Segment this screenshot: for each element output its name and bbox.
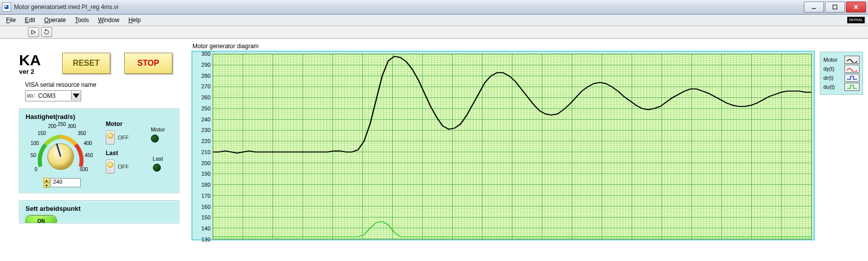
motor-led-label: Motor bbox=[151, 126, 165, 133]
motor-led bbox=[151, 135, 159, 143]
menu-help[interactable]: Help bbox=[125, 16, 144, 25]
y-tick: 270 bbox=[201, 83, 210, 89]
reset-button[interactable]: RESET bbox=[62, 53, 110, 74]
y-tick: 290 bbox=[201, 62, 210, 68]
tick-0: 0 bbox=[35, 167, 38, 172]
y-tick: 130 bbox=[201, 236, 210, 242]
tick-200: 200 bbox=[48, 123, 57, 129]
y-tick: 240 bbox=[201, 116, 210, 122]
tick-300: 300 bbox=[68, 123, 76, 129]
legend-label: du(t) bbox=[823, 84, 835, 90]
speed-knob[interactable]: 0 50 100 150 200 250 300 350 400 450 500 bbox=[26, 120, 96, 176]
app-name: KA bbox=[19, 53, 48, 68]
speed-spinner[interactable]: ▲ ▼ bbox=[44, 178, 50, 188]
menu-file[interactable]: File bbox=[3, 16, 19, 25]
trace-du(t) bbox=[213, 221, 811, 236]
tick-100: 100 bbox=[31, 141, 39, 146]
y-tick: 160 bbox=[201, 204, 210, 210]
chart-legend: Motordy(t)dr(t)du(t) bbox=[820, 52, 863, 95]
tick-400: 400 bbox=[84, 141, 92, 146]
last-off-text: OFF bbox=[118, 164, 129, 170]
visa-label: VISA serial resource name bbox=[25, 81, 185, 88]
speed-value-input[interactable]: 240 bbox=[51, 178, 81, 187]
chevron-down-icon[interactable] bbox=[71, 91, 81, 100]
sett-title: Sett arbeidspunkt bbox=[26, 205, 173, 212]
legend-label: Motor bbox=[823, 57, 837, 63]
io-icon: I/O bbox=[26, 93, 35, 98]
legend-swatch bbox=[844, 65, 859, 73]
arrow-up-icon[interactable]: ▲ bbox=[44, 178, 50, 183]
motor-switch-label: Motor bbox=[106, 120, 129, 127]
tick-250: 250 bbox=[58, 121, 66, 127]
app-version: ver 2 bbox=[19, 68, 48, 75]
window-titlebar: Motor generatorsett med PI_reg 4ms.vi bbox=[0, 0, 868, 15]
chart-plot-area[interactable] bbox=[212, 54, 812, 239]
legend-row-dut[interactable]: du(t) bbox=[823, 82, 859, 91]
svg-rect-1 bbox=[5, 6, 7, 7]
motor-off-text: OFF bbox=[118, 135, 129, 141]
app-icon bbox=[2, 3, 11, 12]
y-tick: 180 bbox=[201, 182, 210, 188]
y-tick: 140 bbox=[201, 225, 210, 231]
y-tick: 260 bbox=[201, 94, 210, 100]
y-tick: 200 bbox=[201, 160, 210, 166]
tick-500: 500 bbox=[80, 167, 88, 172]
y-tick: 280 bbox=[201, 73, 210, 79]
menu-operate[interactable]: Operate bbox=[41, 16, 69, 25]
y-tick: 230 bbox=[201, 127, 210, 133]
visa-port-select[interactable]: I/O COM3 bbox=[25, 90, 81, 101]
y-tick: 250 bbox=[201, 105, 210, 111]
legend-row-dyt[interactable]: dy(t) bbox=[823, 64, 859, 73]
y-tick: 190 bbox=[201, 171, 210, 177]
stop-button[interactable]: STOP bbox=[124, 53, 172, 74]
tick-50: 50 bbox=[31, 153, 36, 158]
chart-container: 3002902802702602502402302202102001901801… bbox=[191, 51, 815, 240]
tick-450: 450 bbox=[85, 153, 93, 158]
legend-swatch bbox=[844, 56, 859, 64]
legend-swatch bbox=[844, 83, 859, 91]
tick-350: 350 bbox=[78, 130, 86, 136]
run-arrow-button[interactable] bbox=[28, 27, 39, 37]
last-led-label: Last bbox=[153, 156, 163, 162]
y-tick: 300 bbox=[201, 51, 210, 57]
visa-port-value: COM3 bbox=[35, 92, 71, 99]
trace-Motor bbox=[213, 56, 811, 153]
tick-150: 150 bbox=[38, 130, 46, 136]
legend-row-motor[interactable]: Motor bbox=[823, 55, 859, 64]
hastighet-panel: Hastighet(rad/s) bbox=[19, 108, 179, 193]
menubar: FileEditOperateToolsWindowHelp SERIAL bbox=[0, 15, 868, 26]
toolbar bbox=[0, 26, 868, 39]
run-continuous-button[interactable] bbox=[41, 27, 52, 37]
sett-on-button[interactable]: ON bbox=[26, 215, 57, 223]
legend-row-drt[interactable]: dr(t) bbox=[823, 73, 859, 82]
legend-label: dr(t) bbox=[823, 75, 833, 81]
menu-edit[interactable]: Edit bbox=[22, 16, 38, 25]
legend-label: dy(t) bbox=[823, 66, 834, 72]
serial-test-indicator: SERIAL bbox=[847, 17, 865, 24]
motor-toggle[interactable] bbox=[106, 130, 115, 145]
window-close-button[interactable] bbox=[846, 2, 866, 13]
y-tick: 150 bbox=[201, 214, 210, 220]
menu-window[interactable]: Window bbox=[95, 16, 122, 25]
chart-y-axis: 3002902802702602502402302202102001901801… bbox=[194, 54, 212, 239]
y-tick: 220 bbox=[201, 138, 210, 144]
last-led bbox=[153, 164, 161, 172]
chart-title: Motor generator diagram bbox=[192, 43, 815, 50]
last-switch-label: Last bbox=[106, 150, 129, 157]
last-toggle[interactable] bbox=[106, 160, 115, 174]
sett-arbeidspunkt-panel: Sett arbeidspunkt ON bbox=[19, 200, 179, 223]
legend-swatch bbox=[844, 74, 859, 82]
y-tick: 210 bbox=[201, 149, 210, 155]
window-minimize-button[interactable] bbox=[804, 2, 824, 13]
y-tick: 170 bbox=[201, 193, 210, 199]
menu-tools[interactable]: Tools bbox=[72, 16, 92, 25]
window-title: Motor generatorsett med PI_reg 4ms.vi bbox=[14, 4, 800, 11]
hastighet-title: Hastighet(rad/s) bbox=[26, 113, 173, 120]
arrow-down-icon[interactable]: ▼ bbox=[44, 183, 50, 188]
svg-rect-3 bbox=[833, 5, 837, 9]
window-maximize-button[interactable] bbox=[825, 2, 845, 13]
